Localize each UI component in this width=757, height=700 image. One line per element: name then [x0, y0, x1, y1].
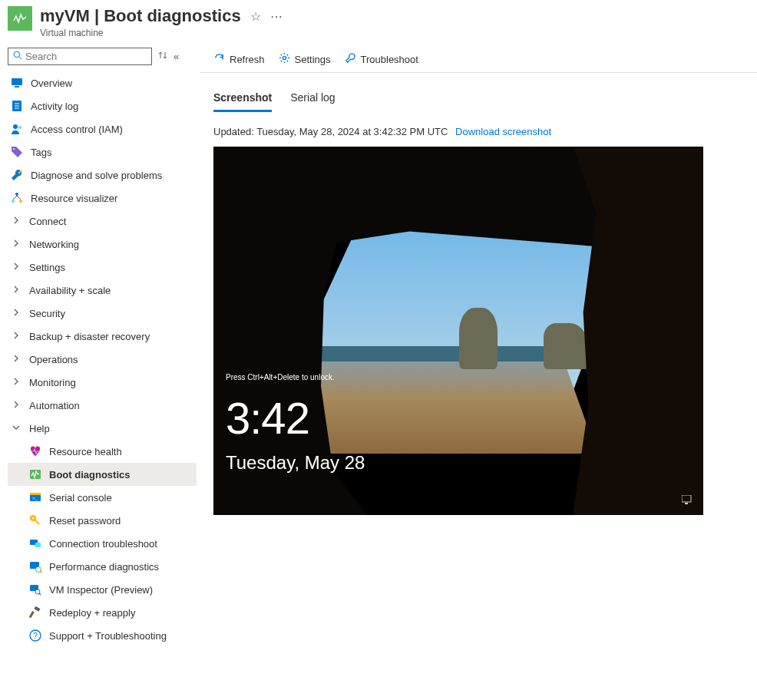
more-actions-icon[interactable]: ⋯	[270, 9, 283, 24]
chevron-right-icon	[11, 378, 21, 387]
sidebar-item-label: Performance diagnostics	[49, 561, 159, 573]
sidebar-item-reset-password[interactable]: Reset password	[8, 509, 197, 532]
lockscreen-time: 3:42	[226, 392, 309, 444]
search-box[interactable]	[8, 48, 152, 65]
people-icon	[11, 123, 23, 135]
svg-rect-24	[35, 543, 41, 547]
sidebar-item-label: Overview	[31, 78, 72, 89]
sidebar-item-networking[interactable]: Networking	[8, 233, 197, 256]
sidebar-item-label: Operations	[29, 354, 78, 365]
sidebar-item-label: Availability + scale	[29, 285, 111, 296]
sidebar-item-resource-visualizer[interactable]: Resource visualizer	[8, 187, 197, 210]
sidebar-item-label: Redeploy + reapply	[49, 607, 135, 619]
sort-icon[interactable]	[158, 51, 167, 62]
sidebar-item-label: Connection troubleshoot	[49, 538, 157, 550]
vm-screenshot: Press Ctrl+Alt+Delete to unlock. 3:42 Tu…	[213, 147, 703, 515]
sidebar-item-overview[interactable]: Overview	[8, 71, 197, 94]
sidebar-item-label: Settings	[29, 262, 65, 273]
updated-timestamp: Updated: Tuesday, May 28, 2024 at 3:42:3…	[213, 126, 448, 137]
svg-line-30	[39, 593, 41, 595]
svg-point-12	[12, 200, 15, 203]
sidebar: « Overview Activity log Access control (…	[0, 48, 200, 656]
svg-line-27	[40, 571, 41, 573]
lockscreen-rock	[544, 323, 587, 369]
page-title: myVM | Boot diagnostics	[40, 6, 241, 26]
toolbar-button-label: Refresh	[230, 54, 265, 65]
search-input[interactable]	[25, 51, 147, 62]
sidebar-item-serial-console[interactable]: >_ Serial console	[8, 486, 197, 509]
hammer-icon	[29, 606, 41, 619]
svg-line-14	[13, 196, 17, 200]
vm-icon	[8, 6, 32, 31]
refresh-button[interactable]: Refresh	[213, 52, 265, 66]
sidebar-item-settings[interactable]: Settings	[8, 256, 197, 279]
lockscreen-rock	[459, 308, 498, 369]
sidebar-item-connect[interactable]: Connect	[8, 210, 197, 233]
sidebar-item-performance-diagnostics[interactable]: Performance diagnostics	[8, 555, 197, 578]
sidebar-item-resource-health[interactable]: Resource health	[8, 440, 197, 463]
refresh-icon	[213, 52, 225, 66]
svg-point-21	[32, 517, 34, 519]
heart-pulse-icon	[29, 445, 41, 457]
console-icon: >_	[29, 491, 41, 504]
accessibility-icon	[682, 495, 693, 506]
lockscreen-cave	[573, 147, 703, 515]
sidebar-item-vm-inspector[interactable]: VM Inspector (Preview)	[8, 578, 197, 601]
svg-line-1	[19, 57, 21, 59]
sidebar-item-boot-diagnostics[interactable]: Boot diagnostics	[8, 463, 197, 486]
svg-rect-37	[685, 503, 688, 504]
sidebar-item-support[interactable]: ? Support + Troubleshooting	[8, 624, 197, 647]
sidebar-item-label: Access control (IAM)	[31, 124, 123, 135]
chevron-right-icon	[11, 401, 21, 410]
gear-icon	[279, 52, 290, 66]
svg-point-10	[13, 148, 15, 150]
sidebar-item-operations[interactable]: Operations	[8, 348, 197, 371]
monitor-icon	[11, 77, 23, 89]
sidebar-item-label: Security	[29, 308, 65, 319]
sidebar-item-connection-troubleshoot[interactable]: Connection troubleshoot	[8, 532, 197, 555]
sidebar-item-diagnose[interactable]: Diagnose and solve problems	[8, 163, 197, 187]
sidebar-item-redeploy[interactable]: Redeploy + reapply	[8, 601, 197, 624]
svg-point-11	[15, 193, 18, 196]
sidebar-item-label: Monitoring	[29, 377, 76, 388]
svg-rect-32	[29, 611, 35, 618]
chevron-right-icon	[11, 332, 21, 341]
sidebar-item-label: Support + Troubleshooting	[49, 630, 167, 642]
sidebar-item-help[interactable]: Help	[8, 417, 197, 440]
favorite-star-icon[interactable]: ☆	[250, 9, 261, 24]
sidebar-item-backup[interactable]: Backup + disaster recovery	[8, 325, 197, 348]
chevron-down-icon	[11, 424, 21, 433]
collapse-sidebar-icon[interactable]: «	[174, 51, 179, 62]
sidebar-item-security[interactable]: Security	[8, 302, 197, 325]
sidebar-item-availability[interactable]: Availability + scale	[8, 279, 197, 302]
sidebar-item-automation[interactable]: Automation	[8, 394, 197, 417]
svg-text:>_: >_	[32, 496, 38, 500]
tab-serial-log[interactable]: Serial log	[290, 91, 335, 112]
svg-rect-36	[682, 495, 691, 502]
key-icon	[29, 514, 41, 527]
sidebar-item-monitoring[interactable]: Monitoring	[8, 371, 197, 394]
tab-screenshot[interactable]: Screenshot	[213, 91, 272, 112]
page-subtitle: Virtual machine	[40, 28, 283, 38]
chevron-right-icon	[11, 309, 21, 318]
troubleshoot-button[interactable]: Troubleshoot	[345, 52, 418, 66]
lockscreen-hint: Press Ctrl+Alt+Delete to unlock.	[226, 373, 335, 381]
updated-row: Updated: Tuesday, May 28, 2024 at 3:42:3…	[200, 112, 757, 147]
svg-point-8	[13, 124, 18, 129]
toolbar: Refresh Settings Troubleshoot	[200, 48, 757, 73]
settings-button[interactable]: Settings	[279, 52, 331, 66]
sidebar-item-label: Diagnose and solve problems	[31, 170, 162, 181]
svg-rect-2	[12, 78, 22, 85]
sidebar-item-activity-log[interactable]: Activity log	[8, 94, 197, 117]
svg-point-0	[14, 51, 20, 58]
sidebar-item-access-control[interactable]: Access control (IAM)	[8, 117, 197, 140]
download-screenshot-link[interactable]: Download screenshot	[455, 126, 551, 137]
page-header: myVM | Boot diagnostics ☆ ⋯ Virtual mach…	[0, 0, 757, 48]
sidebar-item-label: Automation	[29, 400, 80, 411]
toolbar-button-label: Troubleshoot	[361, 54, 418, 65]
tag-icon	[11, 146, 23, 158]
sidebar-item-label: VM Inspector (Preview)	[49, 584, 153, 596]
sidebar-item-tags[interactable]: Tags	[8, 140, 197, 163]
svg-rect-18	[30, 493, 41, 495]
chevron-right-icon	[11, 262, 21, 272]
